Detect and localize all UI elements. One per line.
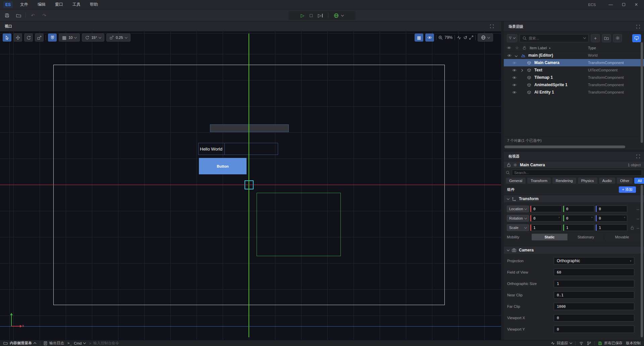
panel-sprite[interactable] (210, 124, 289, 132)
mobility-stationary[interactable]: Stationary (568, 234, 604, 240)
version-control-button[interactable]: 版本控制 (626, 341, 641, 346)
tab-transform[interactable]: Transform (527, 178, 551, 184)
network-status-icon[interactable] (579, 341, 584, 345)
hierarchy-horizontal-scrollbar[interactable] (504, 146, 625, 148)
text-element[interactable]: Hello World (198, 143, 278, 155)
save-button[interactable] (3, 11, 11, 19)
menu-edit[interactable]: 编辑 (36, 1, 48, 8)
projection-select[interactable]: Orthographic▾ (554, 257, 634, 265)
select-tool-button[interactable] (3, 34, 11, 42)
zoom-indicator[interactable]: 79% (438, 35, 452, 40)
tree-row-tilemap[interactable]: Tilemap 1 TransformComponent (504, 74, 644, 81)
display-target-button[interactable] (632, 34, 641, 42)
maximize-button[interactable] (619, 1, 629, 8)
minimize-button[interactable]: — (606, 1, 616, 8)
type-column[interactable]: Type (588, 46, 596, 50)
expand-view-button[interactable] (469, 36, 473, 40)
visibility-eye-icon[interactable] (507, 54, 512, 57)
near-clip-input[interactable]: 0.1 (554, 291, 634, 299)
inspector-fullscreen-button[interactable] (636, 155, 640, 158)
ui-button-element[interactable]: Button (199, 158, 247, 174)
hierarchy-search-input[interactable] (529, 36, 582, 40)
location-x-input[interactable]: 0 (530, 206, 562, 212)
link-values-icon[interactable]: ↔ (636, 216, 640, 221)
tab-physics[interactable]: Physics (578, 178, 597, 184)
link-values-icon[interactable]: ↔ (636, 225, 640, 230)
filter-dropdown[interactable] (507, 34, 517, 42)
lock-scale-icon[interactable] (631, 226, 634, 230)
snap-toggle-button[interactable] (48, 34, 57, 42)
tree-row-ai-entity[interactable]: AI Entity 1 TransformComponent (504, 89, 644, 96)
viewport-y-input[interactable]: 0 (554, 326, 634, 333)
reset-view-button[interactable]: ↺ (463, 35, 467, 40)
orthographic-size-input[interactable]: 1 (554, 280, 634, 287)
scale-dropdown[interactable]: Scale (507, 224, 529, 231)
viewport-fullscreen-button[interactable] (490, 24, 494, 28)
tree-row-main[interactable]: main (Editor) World (504, 52, 644, 59)
app-logo[interactable]: ES (3, 1, 13, 8)
hierarchy-settings-button[interactable] (613, 34, 622, 42)
tree-row-text[interactable]: Text UITextComponent (504, 66, 644, 74)
hierarchy-fullscreen-button[interactable] (636, 25, 640, 28)
stats-button[interactable] (457, 36, 461, 40)
grid-toggle-button[interactable]: ▦ (415, 34, 423, 42)
redo-button[interactable]: ↷ (40, 11, 49, 19)
visibility-eye-icon[interactable] (512, 83, 517, 86)
inspector-vertical-scrollbar[interactable] (641, 185, 643, 337)
add-component-button[interactable]: + 添加 (619, 186, 636, 193)
visibility-eye-icon[interactable] (512, 76, 517, 79)
close-button[interactable]: × (631, 1, 641, 8)
viewport-x-input[interactable]: 0 (554, 314, 634, 322)
scale-x-input[interactable]: 1 (530, 224, 562, 231)
open-folder-button[interactable] (14, 11, 23, 19)
visibility-eye-icon[interactable] (512, 91, 517, 94)
move-tool-button[interactable] (13, 34, 22, 42)
rotation-snap-dropdown[interactable]: 15° (82, 34, 104, 42)
location-dropdown[interactable]: Location (507, 206, 529, 212)
view-mode-dropdown[interactable] (478, 34, 493, 42)
rotation-dropdown[interactable]: Rotation (507, 215, 529, 222)
tab-rendering[interactable]: Rendering (552, 178, 576, 184)
inspector-search-input[interactable] (514, 171, 640, 175)
expand-chevron-icon[interactable] (515, 53, 517, 58)
tab-other[interactable]: Other (617, 178, 633, 184)
hierarchy-vertical-scrollbar[interactable] (641, 42, 643, 143)
rotation-y-input[interactable]: 0° (563, 215, 595, 222)
play-button[interactable]: ▷ (301, 13, 304, 18)
entity-bounds-rect[interactable] (257, 193, 341, 256)
location-y-input[interactable]: 0 (563, 206, 595, 212)
step-button[interactable]: ▷ (318, 13, 323, 18)
camera-section-header[interactable]: Camera (504, 246, 644, 254)
mobility-movable[interactable]: Movable (604, 234, 640, 240)
content-drawer-button[interactable]: 内容侧滑菜单 (3, 341, 36, 346)
cmd-dropdown[interactable]: >_ Cmd (67, 341, 86, 345)
item-label-column[interactable]: Item Label ▲ (530, 46, 551, 50)
rotation-z-input[interactable]: 0° (596, 215, 627, 222)
tree-row-main-camera[interactable]: Main Camera TransformComponent (504, 59, 644, 66)
visibility-eye-icon[interactable] (512, 69, 517, 72)
scale-z-input[interactable]: 1 (596, 224, 627, 231)
transform-section-header[interactable]: Transform (504, 195, 644, 203)
link-values-icon[interactable]: ↔ (636, 207, 640, 211)
trace-dropdown[interactable]: 回追踪 (551, 341, 572, 346)
undo-button[interactable]: ↶ (29, 11, 37, 19)
network-mode-dropdown[interactable] (334, 13, 343, 18)
scale-snap-dropdown[interactable]: 0.25 (106, 34, 130, 42)
visibility-eye-icon[interactable] (512, 61, 517, 64)
scene-canvas[interactable]: Hello World Button x (0, 32, 501, 340)
location-z-input[interactable]: 0 (596, 206, 627, 212)
rotation-x-input[interactable]: 0° (530, 215, 562, 222)
far-clip-input[interactable]: 1000 (554, 303, 634, 310)
grid-snap-dropdown[interactable]: ▦ 10 (59, 34, 80, 42)
menu-window[interactable]: 窗口 (53, 1, 65, 8)
inspector-search-box[interactable] (512, 170, 642, 176)
output-log-button[interactable]: 输出日志 (44, 341, 64, 346)
git-branch-icon[interactable] (587, 341, 591, 345)
visibility-toggle-button[interactable] (425, 34, 434, 42)
hierarchy-search[interactable] (520, 34, 589, 42)
tab-general[interactable]: General (506, 178, 526, 184)
menu-tools[interactable]: 工具 (70, 1, 83, 8)
menu-file[interactable]: 文件 (18, 1, 30, 8)
menu-help[interactable]: 帮助 (88, 1, 100, 8)
rotate-tool-button[interactable] (24, 34, 33, 42)
